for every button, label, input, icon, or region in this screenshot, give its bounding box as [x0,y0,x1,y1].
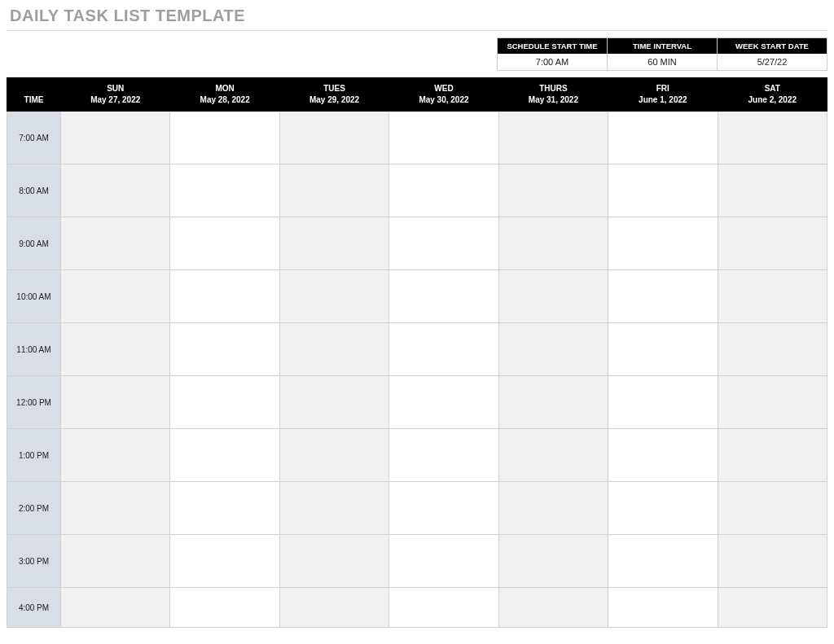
schedule-row: 1:00 PM [7,429,827,482]
schedule-cell[interactable] [61,535,170,588]
meta-value[interactable]: 7:00 AM [498,54,607,70]
schedule-cell[interactable] [279,270,388,323]
schedule-cell[interactable] [61,323,170,376]
schedule-cell[interactable] [498,429,608,482]
schedule-cell[interactable] [170,323,279,376]
schedule-cell[interactable] [279,217,388,270]
schedule-cell[interactable] [389,482,498,535]
schedule-cell[interactable] [279,588,388,628]
schedule-cell[interactable] [170,270,279,323]
schedule-cell[interactable] [498,535,608,588]
meta-label: TIME INTERVAL [608,38,717,54]
meta-label: WEEK START DATE [718,38,827,54]
schedule-cell[interactable] [608,429,718,482]
schedule-cell[interactable] [608,376,718,429]
schedule-cell[interactable] [279,535,388,588]
schedule-table: TIME SUN May 27, 2022 MON May 28, 2022 T… [7,77,827,628]
schedule-cell[interactable] [61,376,170,429]
schedule-cell[interactable] [389,217,498,270]
schedule-cell[interactable] [389,164,498,217]
schedule-cell[interactable] [279,482,388,535]
schedule-cell[interactable] [279,429,388,482]
page-title: DAILY TASK LIST TEMPLATE [7,5,827,31]
schedule-cell[interactable] [170,535,279,588]
schedule-cell[interactable] [498,270,608,323]
col-header-tues: TUES May 29, 2022 [279,78,388,112]
col-header-time: TIME [7,78,61,112]
schedule-cell[interactable] [61,588,170,628]
time-cell: 1:00 PM [7,429,61,482]
schedule-row: 11:00 AM [7,323,827,376]
schedule-cell[interactable] [61,482,170,535]
schedule-cell[interactable] [718,482,827,535]
schedule-cell[interactable] [608,482,718,535]
schedule-cell[interactable] [498,482,608,535]
meta-value[interactable]: 60 MIN [608,54,717,70]
schedule-cell[interactable] [608,217,718,270]
time-cell: 12:00 PM [7,376,61,429]
meta-value[interactable]: 5/27/22 [718,54,827,70]
schedule-cell[interactable] [718,217,827,270]
schedule-cell[interactable] [718,429,827,482]
col-header-wed: WED May 30, 2022 [389,78,498,112]
header-row: TIME SUN May 27, 2022 MON May 28, 2022 T… [7,78,827,112]
schedule-row: 12:00 PM [7,376,827,429]
schedule-cell[interactable] [718,323,827,376]
schedule-cell[interactable] [170,164,279,217]
schedule-cell[interactable] [279,323,388,376]
schedule-cell[interactable] [170,217,279,270]
meta-box-week-start-date: WEEK START DATE 5/27/22 [718,37,827,71]
schedule-cell[interactable] [718,112,827,164]
schedule-cell[interactable] [718,164,827,217]
schedule-cell[interactable] [498,323,608,376]
schedule-cell[interactable] [718,376,827,429]
schedule-cell[interactable] [279,112,388,164]
schedule-cell[interactable] [608,323,718,376]
schedule-cell[interactable] [170,588,279,628]
schedule-cell[interactable] [389,429,498,482]
schedule-cell[interactable] [718,270,827,323]
col-header-fri: FRI June 1, 2022 [608,78,718,112]
schedule-row: 8:00 AM [7,164,827,217]
schedule-cell[interactable] [389,323,498,376]
time-cell: 4:00 PM [7,588,61,628]
schedule-cell[interactable] [608,535,718,588]
schedule-cell[interactable] [389,270,498,323]
col-header-sun: SUN May 27, 2022 [61,78,170,112]
meta-row: SCHEDULE START TIME 7:00 AM TIME INTERVA… [7,37,827,71]
schedule-cell[interactable] [608,112,718,164]
schedule-cell[interactable] [389,588,498,628]
schedule-row: 9:00 AM [7,217,827,270]
schedule-row: 4:00 PM [7,588,827,628]
schedule-cell[interactable] [61,112,170,164]
schedule-cell[interactable] [498,217,608,270]
schedule-cell[interactable] [389,112,498,164]
schedule-cell[interactable] [170,482,279,535]
schedule-cell[interactable] [498,164,608,217]
schedule-cell[interactable] [718,588,827,628]
schedule-cell[interactable] [279,376,388,429]
schedule-cell[interactable] [61,217,170,270]
schedule-cell[interactable] [608,164,718,217]
schedule-cell[interactable] [608,270,718,323]
schedule-cell[interactable] [61,164,170,217]
schedule-cell[interactable] [608,588,718,628]
schedule-cell[interactable] [279,164,388,217]
schedule-row: 10:00 AM [7,270,827,323]
meta-box-schedule-start-time: SCHEDULE START TIME 7:00 AM [497,37,608,71]
schedule-cell[interactable] [498,588,608,628]
schedule-row: 2:00 PM [7,482,827,535]
meta-label: SCHEDULE START TIME [498,38,607,54]
schedule-cell[interactable] [61,429,170,482]
time-cell: 11:00 AM [7,323,61,376]
time-cell: 7:00 AM [7,112,61,164]
schedule-cell[interactable] [498,376,608,429]
schedule-cell[interactable] [170,376,279,429]
schedule-cell[interactable] [389,535,498,588]
schedule-cell[interactable] [498,112,608,164]
schedule-cell[interactable] [170,112,279,164]
schedule-cell[interactable] [389,376,498,429]
schedule-cell[interactable] [718,535,827,588]
schedule-cell[interactable] [61,270,170,323]
schedule-cell[interactable] [170,429,279,482]
